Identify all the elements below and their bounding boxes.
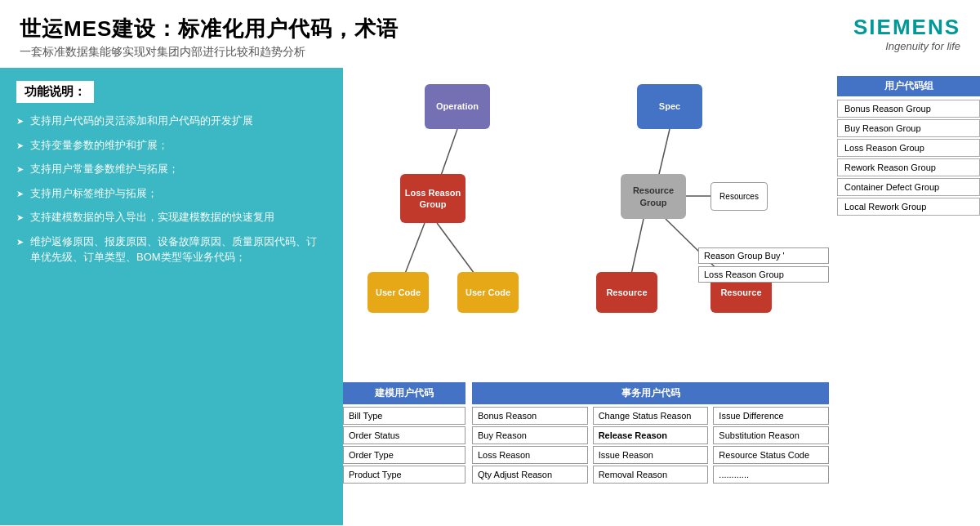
ucg-item-5: Local Rework Group: [837, 198, 980, 216]
box-resources: Resources: [710, 182, 768, 211]
left-panel: 功能说明： 支持用户代码的灵活添加和用户代码的开发扩展支持变量参数的维护和扩展；…: [0, 68, 343, 525]
tc-2-3: ............: [713, 466, 829, 484]
main-content: 功能说明： 支持用户代码的灵活添加和用户代码的开发扩展支持变量参数的维护和扩展；…: [0, 68, 980, 525]
ucg-item-3: Rework Reason Group: [837, 158, 980, 176]
siemens-tagline: Ingenuity for life: [853, 40, 960, 52]
box-usercode2: User Code: [457, 272, 519, 313]
reason-groups-labels: Reason Group Buy ' Loss Reason Group: [698, 247, 829, 283]
ucg-item-4: Container Defect Group: [837, 178, 980, 196]
transaction-col-2: Issue Difference Substitution Reason Res…: [713, 407, 829, 485]
build-cell-1: Order Status: [343, 426, 466, 444]
tc-2-1: Substitution Reason: [713, 426, 829, 444]
box-resource1: Resource: [596, 272, 657, 313]
tc-1-2: Issue Reason: [593, 446, 709, 464]
box-usercode1: User Code: [368, 272, 429, 313]
tc-2-0: Issue Difference: [713, 407, 829, 425]
build-cell-0: Bill Type: [343, 407, 466, 425]
tc-0-0: Bonus Reason: [472, 407, 588, 425]
transaction-col-1: Change Status Reason Release Reason Issu…: [593, 407, 709, 485]
box-loss-reason-group: Loss Reason Group: [400, 174, 466, 223]
tc-1-1: Release Reason: [593, 426, 709, 444]
feature-item-5: 维护返修原因、报废原因、设备故障原因、质量原因代码、订单优先级、订单类型、BOM…: [16, 234, 327, 265]
page-title: 世运MES建设：标准化用户代码，术语: [20, 15, 399, 43]
transaction-codes-table: 事务用户代码 Bonus Reason Buy Reason Loss Reas…: [472, 382, 829, 525]
ucg-item-1: Buy Reason Group: [837, 119, 980, 137]
feature-item-0: 支持用户代码的灵活添加和用户代码的开发扩展: [16, 113, 327, 129]
build-codes-header: 建模用户代码: [343, 382, 466, 404]
transaction-codes-header: 事务用户代码: [472, 382, 829, 404]
ucg-item-2: Loss Reason Group: [837, 139, 980, 157]
right-panel: Operation Spec Loss Reason Group Resourc…: [343, 68, 980, 525]
title-block: 世运MES建设：标准化用户代码，术语 一套标准数据集能够实现对集团内部进行比较和…: [20, 15, 399, 60]
user-code-groups: 用户代码组 Bonus Reason Group Buy Reason Grou…: [837, 76, 980, 217]
feature-item-4: 支持建模数据的导入导出，实现建模数据的快速复用: [16, 209, 327, 225]
tc-1-0: Change Status Reason: [593, 407, 709, 425]
tc-2-2: Resource Status Code: [713, 446, 829, 464]
siemens-brand: SIEMENS: [853, 15, 960, 40]
box-spec: Spec: [637, 84, 702, 129]
feature-list: 支持用户代码的灵活添加和用户代码的开发扩展支持变量参数的维护和扩展；支持用户常量…: [16, 113, 327, 265]
page-subtitle: 一套标准数据集能够实现对集团内部进行比较和趋势分析: [20, 45, 399, 60]
feature-item-3: 支持用户标签维护与拓展；: [16, 185, 327, 202]
siemens-logo: SIEMENS Ingenuity for life: [853, 15, 960, 52]
tc-0-3: Qty Adjust Reason: [472, 466, 588, 484]
build-cell-3: Product Type: [343, 466, 466, 484]
tc-0-1: Buy Reason: [472, 426, 588, 444]
page-header: 世运MES建设：标准化用户代码，术语 一套标准数据集能够实现对集团内部进行比较和…: [0, 0, 980, 68]
build-cell-2: Order Type: [343, 446, 466, 464]
buy-reason-group-label: Reason Group Buy ': [698, 247, 829, 264]
loss-reason-group-label: Loss Reason Group: [698, 266, 829, 283]
box-resource-group: Resource Group: [621, 174, 686, 219]
tc-0-2: Loss Reason: [472, 446, 588, 464]
left-panel-title: 功能说明：: [16, 81, 94, 103]
ucg-item-0: Bonus Reason Group: [837, 100, 980, 118]
ucg-header: 用户代码组: [837, 76, 980, 96]
transaction-col-0: Bonus Reason Buy Reason Loss Reason Qty …: [472, 407, 588, 485]
feature-item-2: 支持用户常量参数维护与拓展；: [16, 161, 327, 177]
build-codes-table: 建模用户代码 Bill Type Order Status Order Type…: [343, 382, 466, 525]
tc-1-3: Removal Reason: [593, 466, 709, 484]
feature-item-1: 支持变量参数的维护和扩展；: [16, 137, 327, 154]
box-operation: Operation: [425, 84, 490, 129]
bottom-section: 建模用户代码 Bill Type Order Status Order Type…: [343, 382, 829, 525]
